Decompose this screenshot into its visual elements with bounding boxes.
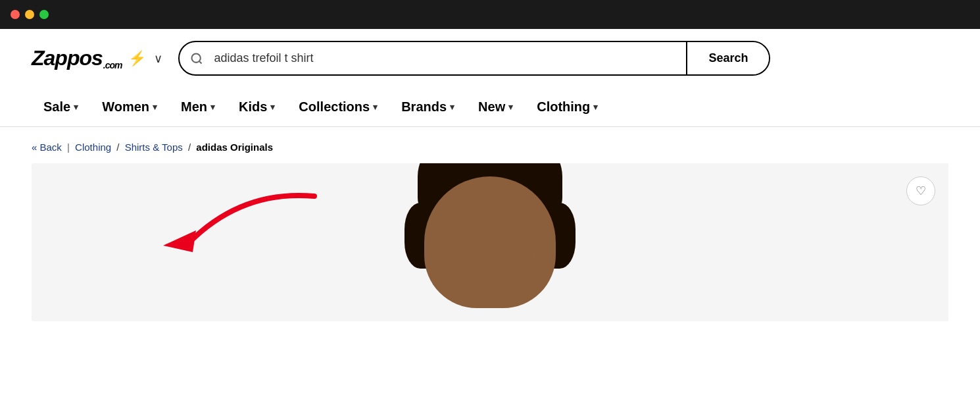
nav-item-brands[interactable]: Brands ▾ bbox=[389, 88, 466, 126]
breadcrumb-clothing[interactable]: Clothing bbox=[75, 142, 111, 153]
breadcrumb-separator: | bbox=[67, 142, 70, 153]
fullscreen-button[interactable] bbox=[39, 10, 49, 19]
nav-item-clothing[interactable]: Clothing ▾ bbox=[525, 88, 610, 126]
nav-label-clothing: Clothing bbox=[537, 99, 590, 115]
favorite-button[interactable]: ♡ bbox=[906, 176, 935, 205]
chevron-down-icon: ▾ bbox=[153, 102, 157, 112]
nav-label-women: Women bbox=[102, 99, 149, 115]
nav-label-brands: Brands bbox=[401, 99, 447, 115]
face bbox=[444, 223, 536, 288]
annotation-arrow bbox=[137, 183, 321, 262]
logo[interactable]: Zappos.com ⚡ ∨ bbox=[32, 46, 162, 70]
search-input[interactable] bbox=[214, 42, 686, 74]
search-icon bbox=[180, 52, 214, 65]
close-button[interactable] bbox=[11, 10, 20, 19]
minimize-button[interactable] bbox=[25, 10, 34, 19]
nav-item-collections[interactable]: Collections ▾ bbox=[287, 88, 389, 126]
svg-point-0 bbox=[192, 53, 201, 62]
header: Zappos.com ⚡ ∨ Search bbox=[0, 29, 980, 88]
nav-item-kids[interactable]: Kids ▾ bbox=[227, 88, 287, 126]
nav-item-sale[interactable]: Sale ▾ bbox=[32, 88, 90, 126]
search-bar: Search bbox=[178, 41, 770, 76]
nav-label-sale: Sale bbox=[43, 99, 70, 115]
breadcrumb-shirts-tops[interactable]: Shirts & Tops bbox=[125, 142, 183, 153]
svg-line-1 bbox=[199, 61, 202, 63]
logo-icon: ⚡ bbox=[128, 50, 146, 67]
nav-label-kids: Kids bbox=[239, 99, 267, 115]
title-bar bbox=[0, 0, 980, 29]
nav-item-men[interactable]: Men ▾ bbox=[169, 88, 227, 126]
product-model-image bbox=[378, 163, 602, 321]
chevron-down-icon: ▾ bbox=[210, 102, 215, 112]
search-button[interactable]: Search bbox=[686, 42, 769, 74]
chevron-down-icon: ▾ bbox=[508, 102, 513, 112]
logo-text: Zappos.com bbox=[32, 46, 122, 70]
chevron-down-icon: ▾ bbox=[593, 102, 598, 112]
nav-bar: Sale ▾ Women ▾ Men ▾ Kids ▾ Collections … bbox=[0, 88, 980, 127]
nav-label-new: New bbox=[478, 99, 505, 115]
nav-item-new[interactable]: New ▾ bbox=[466, 88, 525, 126]
product-image-area: ♡ bbox=[32, 163, 948, 321]
breadcrumb-slash-1: / bbox=[116, 142, 119, 153]
nav-label-men: Men bbox=[181, 99, 207, 115]
nav-label-collections: Collections bbox=[299, 99, 370, 115]
breadcrumb-slash-2: / bbox=[188, 142, 191, 153]
chevron-down-icon: ▾ bbox=[373, 102, 378, 112]
logo-dropdown-icon[interactable]: ∨ bbox=[154, 51, 162, 66]
heart-icon: ♡ bbox=[916, 184, 926, 198]
breadcrumb-current: adidas Originals bbox=[196, 142, 273, 153]
breadcrumb-area: « Back | Clothing / Shirts & Tops / adid… bbox=[0, 127, 980, 163]
back-link[interactable]: « Back bbox=[32, 142, 62, 153]
chevron-down-icon: ▾ bbox=[450, 102, 454, 112]
svg-marker-2 bbox=[163, 230, 196, 252]
breadcrumb: « Back | Clothing / Shirts & Tops / adid… bbox=[32, 142, 948, 153]
nav-item-women[interactable]: Women ▾ bbox=[90, 88, 169, 126]
chevron-down-icon: ▾ bbox=[74, 102, 78, 112]
chevron-down-icon: ▾ bbox=[270, 102, 275, 112]
